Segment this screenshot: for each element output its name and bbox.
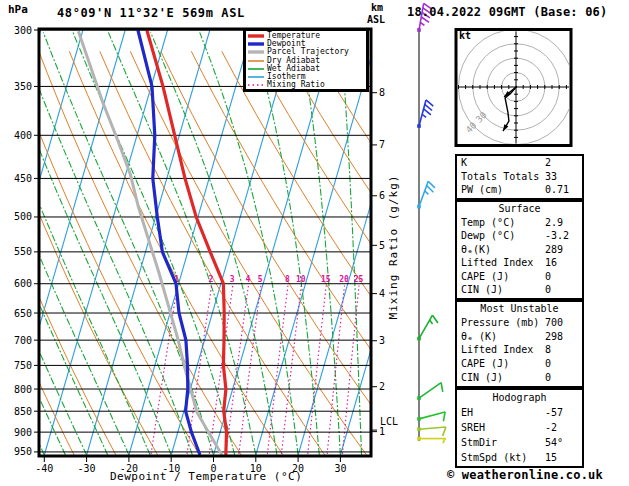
pressure-unit-label: hPa [8, 3, 28, 16]
mixing-ratio-value-label: 8 [285, 275, 290, 284]
stat-row: CIN (J)0 [457, 283, 582, 297]
wind-barb [417, 427, 446, 436]
km-tick-label: 2 [379, 381, 385, 392]
wind-barb [417, 181, 435, 208]
mixing-ratio-value-label: 5 [258, 275, 263, 284]
stat-value: 0 [545, 283, 551, 297]
km-tick-label: 6 [379, 190, 385, 201]
stat-row: PW (cm)0.71 [457, 183, 582, 197]
km-tick-label: 8 [379, 87, 385, 98]
stat-value: 2 [545, 156, 551, 170]
pressure-tick-label: 500 [14, 211, 32, 222]
temp-tick-label: -40 [35, 463, 53, 474]
mixing-ratio-value-label: 15 [321, 275, 331, 284]
stat-label: K [461, 157, 467, 168]
stat-label: SREH [461, 422, 485, 433]
km-axis-unit: km [371, 2, 383, 13]
stat-label: θₑ (K) [461, 331, 497, 342]
stat-label: Dewp (°C) [461, 230, 515, 241]
stat-row: CAPE (J)0 [457, 357, 582, 371]
legend-line-sample [248, 40, 264, 48]
pressure-tick-label: 400 [14, 130, 32, 141]
legend-box: TemperatureDewpointParcel TrajectoryDry … [243, 28, 369, 92]
stat-label: CAPE (J) [461, 358, 509, 369]
pressure-tick-label: 450 [14, 173, 32, 184]
stat-value: 0 [545, 270, 551, 284]
hodograph-unit-label: kt [459, 30, 471, 41]
temp-tick-label: -30 [78, 463, 96, 474]
temp-tick-label: 30 [334, 463, 346, 474]
mixing-ratio-value-label: 2 [209, 275, 214, 284]
pressure-tick-label: 850 [14, 406, 32, 417]
pressure-tick-label: 950 [14, 446, 32, 457]
stat-value: 289 [545, 243, 563, 257]
stat-row: Totals Totals33 [457, 170, 582, 184]
wind-barb [417, 437, 446, 443]
wind-barb [417, 412, 445, 421]
pressure-tick-label: 350 [14, 81, 32, 92]
stat-row: StmSpd (kt)15 [457, 450, 582, 465]
mixing-ratio-value-label: 3 [230, 275, 235, 284]
stat-label: Lifted Index [461, 257, 533, 268]
stat-label: Totals Totals [461, 171, 539, 182]
stat-label: CAPE (J) [461, 271, 509, 282]
wind-barb [417, 100, 433, 128]
stat-value: 298 [545, 330, 563, 344]
km-tick-label: 4 [379, 288, 385, 299]
stat-row: EH-57 [457, 405, 582, 420]
km-tick-label: 3 [379, 335, 385, 346]
legend-line-sample [248, 48, 264, 56]
mixing-ratio-value-label: 20 [339, 275, 349, 284]
legend-item: Mixing Ratio [248, 81, 366, 89]
stat-label: CIN (J) [461, 284, 503, 295]
stats-box-title: Surface [457, 202, 582, 216]
stat-value: 0.71 [545, 183, 569, 197]
stat-value: 0 [545, 357, 551, 371]
stat-row: Dewp (°C)-3.2 [457, 229, 582, 243]
stat-value: -2 [545, 420, 557, 435]
legend-item-label: Mixing Ratio [267, 81, 325, 89]
legend-line-sample [248, 65, 264, 73]
stat-value: 15 [545, 450, 557, 465]
mixing-ratio-value-label: 4 [245, 275, 250, 284]
footer-credit: © weatheronline.co.uk [447, 468, 603, 482]
stats-box: K2Totals Totals33PW (cm)0.71 [455, 154, 584, 200]
km-tick-label: 7 [379, 139, 385, 150]
stat-row: Lifted Index16 [457, 256, 582, 270]
stat-label: Temp (°C) [461, 217, 515, 228]
stat-label: CIN (J) [461, 372, 503, 383]
pressure-tick-label: 300 [14, 25, 32, 36]
mixing-ratio-value-label: 10 [296, 275, 306, 284]
stat-value: 54° [545, 435, 563, 450]
pressure-tick-label: 800 [14, 384, 32, 395]
legend-line-sample [248, 57, 264, 65]
pressure-tick-label: 900 [14, 427, 32, 438]
stat-value: 0 [545, 371, 551, 385]
stats-box-title: Hodograph [457, 390, 582, 405]
station-title: 48°09'N 11°32'E 569m ASL [57, 6, 245, 20]
stat-row: SREH-2 [457, 420, 582, 435]
stats-box: HodographEH-57SREH-2StmDir54°StmSpd (kt)… [455, 388, 584, 468]
stat-label: θₑ(K) [461, 244, 491, 255]
legend-line-sample [248, 32, 264, 40]
x-axis-label: Dewpoint / Temperature (°C) [110, 470, 302, 483]
stat-row: StmDir54° [457, 435, 582, 450]
mixing-ratio-value-label: 25 [354, 275, 364, 284]
km-tick-label: 5 [379, 240, 385, 251]
wind-barb [417, 383, 443, 400]
stat-value: 33 [545, 170, 557, 184]
lcl-label: LCL [380, 416, 398, 427]
stat-label: StmSpd (kt) [461, 452, 527, 463]
stat-label: StmDir [461, 437, 497, 448]
pressure-tick-label: 650 [14, 308, 32, 319]
stat-value: 8 [545, 343, 551, 357]
sounding-app: 1234581015202530035040045050055060065070… [0, 0, 629, 486]
stat-value: -3.2 [545, 229, 569, 243]
stat-row: θₑ(K)289 [457, 243, 582, 257]
mixing-ratio-axis-label: Mixing Ratio (g/kg) [387, 175, 400, 320]
stat-value: 16 [545, 256, 557, 270]
stat-row: CIN (J)0 [457, 371, 582, 385]
stat-row: Temp (°C)2.9 [457, 216, 582, 230]
legend-item: Wet Adiabat [248, 65, 366, 73]
stat-row: Pressure (mb)700 [457, 316, 582, 330]
